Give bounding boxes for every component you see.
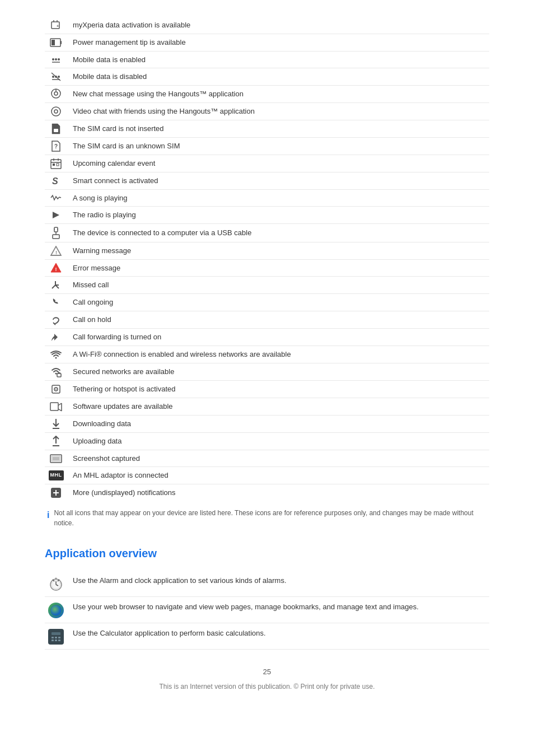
svg-rect-6 [51, 40, 55, 45]
list-item: Use the Calculator application to perfor… [45, 623, 489, 650]
sim-unknown-icon: ? [45, 141, 67, 152]
error-icon: ! [45, 263, 67, 273]
warning-icon: ! [45, 246, 67, 256]
icon-description: Screenshot captured [67, 453, 489, 464]
svg-point-20 [54, 110, 58, 113]
icon-description: Uploading data [67, 436, 489, 447]
svg-rect-73 [58, 637, 60, 638]
svg-rect-31 [54, 227, 58, 232]
mhl-icon: MHL [45, 470, 67, 480]
page-footer: 25 This is an Internet version of this p… [45, 666, 489, 692]
icon-list: + myXperia data activation is available … [45, 17, 489, 501]
svg-rect-75 [55, 640, 57, 641]
mobile-data-enabled-icon [45, 54, 67, 64]
list-item: S Smart connect is activated [45, 172, 489, 190]
music-playing-icon [45, 193, 67, 202]
software-updates-icon [45, 401, 67, 412]
list-item: Uploading data [45, 433, 489, 450]
secured-wifi-icon [45, 366, 67, 377]
svg-rect-43 [57, 374, 61, 377]
svg-text:S: S [52, 176, 58, 186]
hangouts-chat-icon [45, 88, 67, 100]
icon-description: Mobile data is enabled [67, 54, 489, 66]
svg-line-65 [53, 580, 54, 581]
icon-description: A song is playing [67, 193, 489, 204]
icon-description: Smart connect is activated [67, 175, 489, 186]
list-item: Screenshot captured [45, 450, 489, 468]
svg-rect-57 [53, 457, 59, 460]
icon-description: Call on hold [67, 314, 489, 325]
list-item: Call forwarding is turned on [45, 329, 489, 346]
svg-point-19 [51, 107, 60, 116]
usb-connected-icon [45, 227, 67, 239]
list-item: Upcoming calendar event [45, 155, 489, 172]
svg-line-49 [58, 409, 62, 411]
svg-text:+: + [57, 24, 59, 28]
sim-not-inserted-icon [45, 123, 67, 134]
app-list: Use the Alarm and clock application to s… [45, 571, 489, 650]
list-item: MHL An MHL adaptor is connected [45, 467, 489, 484]
svg-marker-30 [53, 212, 59, 218]
icon-description: A Wi-Fi® connection is enabled and wirel… [67, 349, 489, 360]
alarm-app-icon [45, 576, 67, 592]
section-title: Application overview [45, 545, 489, 562]
list-item: Power management tip is available [45, 34, 489, 52]
screenshot-icon [45, 453, 67, 463]
page-number: 25 [45, 666, 489, 678]
list-item: Video chat with friends using the Hangou… [45, 103, 489, 120]
list-item: New chat message using the Hangouts™ app… [45, 86, 489, 103]
icon-description: Tethering or hotspot is activated [67, 384, 489, 395]
svg-line-66 [58, 580, 59, 581]
app-description: Use your web browser to navigate and vie… [67, 601, 489, 613]
icon-description: Call ongoing [67, 297, 489, 308]
icon-description: Missed call [67, 279, 489, 291]
call-on-hold-icon [45, 314, 67, 325]
icon-description: New chat message using the Hangouts™ app… [67, 88, 489, 100]
list-item: More (undisplayed) notifications [45, 484, 489, 501]
calculator-app-icon [45, 629, 67, 645]
svg-point-11 [52, 76, 54, 78]
svg-rect-33 [53, 235, 59, 239]
calc-icon-shape [48, 629, 64, 645]
list-item: A Wi-Fi® connection is enabled and wirel… [45, 346, 489, 363]
list-item: ! Warning message [45, 242, 489, 260]
copyright-text: This is an Internet version of this publ… [45, 682, 489, 692]
radio-playing-icon [45, 209, 67, 221]
list-item: The device is connected to a computer vi… [45, 224, 489, 242]
icon-description: An MHL adaptor is connected [67, 470, 489, 481]
svg-rect-72 [55, 637, 57, 638]
uploading-icon [45, 436, 67, 447]
list-item: Missed call [45, 277, 489, 294]
icon-description: Software updates are available [67, 401, 489, 412]
list-item: A song is playing [45, 190, 489, 207]
wifi-icon [45, 349, 67, 360]
icon-description: Power management tip is available [67, 37, 489, 48]
icon-description: The radio is playing [67, 209, 489, 221]
svg-rect-70 [51, 632, 60, 635]
icon-description: More (undisplayed) notifications [67, 487, 489, 498]
svg-text:!: ! [55, 250, 57, 255]
list-item: Software updates are available [45, 398, 489, 416]
svg-rect-47 [50, 403, 58, 410]
icon-description: Downloading data [67, 418, 489, 430]
icon-description: Call forwarding is turned on [67, 332, 489, 343]
svg-rect-71 [51, 637, 54, 638]
mobile-data-disabled-icon [45, 72, 67, 82]
list-item: Mobile data is disabled [45, 68, 489, 86]
power-mgmt-icon [45, 38, 67, 48]
icon-description: Secured networks are available [67, 366, 489, 377]
downloading-icon [45, 418, 67, 430]
more-notifications-icon [45, 487, 67, 498]
calendar-icon [45, 158, 67, 169]
list-item: ? The SIM card is an unknown SIM [45, 138, 489, 155]
icon-description: Warning message [67, 245, 489, 256]
list-item: The radio is playing [45, 207, 489, 224]
note-section: i Not all icons that may appear on your … [45, 508, 489, 528]
icon-description: Video chat with friends using the Hangou… [67, 106, 489, 117]
list-item: Tethering or hotspot is activated [45, 381, 489, 398]
list-item: Call on hold [45, 311, 489, 329]
svg-point-13 [58, 76, 60, 78]
svg-rect-21 [54, 129, 58, 132]
hangouts-video-icon [45, 106, 67, 117]
svg-point-17 [54, 92, 58, 95]
